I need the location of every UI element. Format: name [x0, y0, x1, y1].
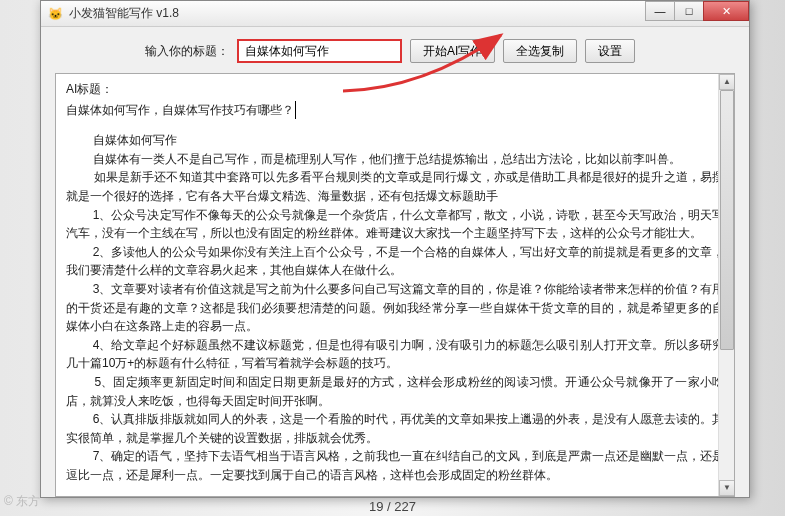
ai-subtitle: 自媒体如何写作，自媒体写作技巧有哪些？ — [66, 101, 296, 120]
window-controls: — □ ✕ — [646, 1, 749, 21]
maximize-button[interactable]: □ — [674, 1, 704, 21]
generated-body: 自媒体如何写作 自媒体有一类人不是自己写作，而是梳理别人写作，他们擅于总结提炼输… — [66, 131, 724, 484]
select-copy-button[interactable]: 全选复制 — [503, 39, 577, 63]
input-row: 输入你的标题： 开始AI写作 全选复制 设置 — [41, 27, 749, 73]
scroll-down-icon[interactable]: ▼ — [719, 480, 735, 496]
title-label: 输入你的标题： — [145, 43, 229, 60]
scrollbar[interactable]: ▲ ▼ — [718, 74, 734, 496]
app-window: 🐱 小发猫智能写作 v1.8 — □ ✕ 输入你的标题： 开始AI写作 全选复制… — [40, 0, 750, 498]
close-button[interactable]: ✕ — [703, 1, 749, 21]
window-title: 小发猫智能写作 v1.8 — [69, 5, 179, 22]
minimize-button[interactable]: — — [645, 1, 675, 21]
ai-heading: AI标题： — [66, 80, 724, 99]
scroll-up-icon[interactable]: ▲ — [719, 74, 735, 90]
scroll-thumb[interactable] — [720, 90, 734, 350]
titlebar[interactable]: 🐱 小发猫智能写作 v1.8 — □ ✕ — [41, 1, 749, 27]
settings-button[interactable]: 设置 — [585, 39, 635, 63]
page-counter: 19 / 227 — [0, 497, 785, 516]
output-textarea[interactable]: AI标题： 自媒体如何写作，自媒体写作技巧有哪些？ 自媒体如何写作 自媒体有一类… — [55, 73, 735, 497]
title-input[interactable] — [237, 39, 402, 63]
start-ai-button[interactable]: 开始AI写作 — [410, 39, 495, 63]
app-icon: 🐱 — [47, 6, 63, 22]
